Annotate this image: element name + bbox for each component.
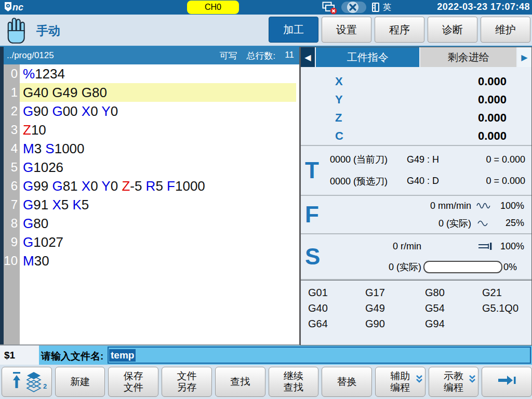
spindle-letter: S (305, 244, 320, 270)
code-line[interactable]: G91 X5 K5 (20, 195, 299, 214)
code-token: G (23, 178, 33, 194)
teach-programming-button[interactable]: 示教 编程 (429, 367, 479, 397)
axis-label: X (335, 75, 343, 88)
preselected-tool-row: 0000 (预选刀) G40 : D 0 = 0.000 (301, 174, 531, 189)
file-name-input[interactable]: temp (108, 347, 531, 364)
find-button[interactable]: 查找 (215, 367, 265, 397)
feed-override-icon (471, 202, 495, 209)
language-indicator[interactable]: 英 (383, 2, 391, 13)
code-line[interactable]: G1026 (20, 158, 299, 177)
code-token: 0 (90, 178, 101, 194)
code-token: X (82, 103, 90, 119)
writable-status: 可写 (220, 50, 237, 62)
tab-maintenance[interactable]: 维护 (481, 17, 530, 43)
code-token: 3 (34, 141, 46, 156)
axis-row: Z 0.000 (301, 109, 531, 127)
replace-button[interactable]: 替换 (322, 367, 372, 397)
command-input-bar: $1 请输入文件名: temp (0, 345, 532, 365)
next-menu-arrow-icon (497, 375, 517, 389)
filename-prompt-label: 请输入文件名: (41, 350, 103, 363)
line-number: 9 (4, 233, 20, 251)
axis-position-table: X 0.000 Y 0.000 Z 0.000 C 0.000 (301, 67, 531, 146)
code-token: X (52, 197, 61, 212)
tab-settings[interactable]: 设置 (322, 17, 371, 43)
code-line[interactable]: Z10 (20, 121, 299, 139)
tab-remaining-feed[interactable]: 剩余进给 (420, 47, 516, 67)
spindle-actual-row: 0 (实际) 0% (301, 258, 531, 276)
aux-programming-button[interactable]: 辅助 编程 (375, 367, 425, 397)
code-line-current[interactable]: G40 G49 G80 (20, 83, 296, 102)
code-line[interactable]: G90 G00 X0 Y0 (20, 102, 299, 121)
tool-section: T 0000 (当前刀) G49 : H 0 = 0.000 0000 (预选刀… (301, 146, 531, 196)
file-name-selected-text: temp (109, 349, 136, 362)
top-arrow-icon (11, 371, 22, 392)
axis-row: C 0.000 (301, 127, 531, 145)
code-line[interactable]: %1234 (20, 64, 299, 83)
button-label: 文件 (124, 382, 143, 393)
svg-text:nc: nc (12, 2, 23, 12)
code-token: F (167, 178, 175, 194)
tab-program[interactable]: 程序 (375, 17, 424, 43)
save-file-button[interactable]: 保存 文件 (108, 367, 158, 397)
axis-label: C (335, 129, 343, 143)
feed-actual-value: 0 (实际) (326, 217, 471, 230)
code-line[interactable]: M3 S1000 (20, 139, 299, 158)
code-token: 91 (33, 197, 52, 212)
prev-view-arrow-icon[interactable]: ◀ (301, 47, 315, 67)
file-path: ../prog/0125 (7, 50, 220, 61)
code-token: G (23, 103, 33, 119)
program-editor: ../prog/0125 可写 总行数: 11 012345678910 %12… (0, 47, 300, 345)
code-token: 1000 (175, 178, 205, 194)
code-token: G (23, 234, 33, 250)
preselected-tool-number: 0000 (预选刀) (330, 175, 407, 188)
tab-workpiece-command[interactable]: 工件指令 (316, 47, 419, 67)
code-line[interactable]: G1027 (20, 233, 299, 251)
disconnect-icon (341, 1, 368, 16)
code-token: 99 (33, 178, 52, 194)
feed-command-value: 0 mm/min (326, 201, 471, 211)
code-token: 0 (111, 103, 118, 119)
layer-count-badge: 2 (43, 382, 47, 390)
view-controls-button[interactable]: 2 (2, 367, 52, 397)
length-comp-value: 0 = 0.000 (486, 154, 525, 165)
code-token: G (23, 159, 33, 175)
line-number: 2 (4, 102, 20, 121)
feed-section: F 0 mm/min 100% 0 (实际) 25% (301, 196, 531, 234)
code-token: 00 (63, 103, 82, 119)
axis-label: Y (335, 93, 343, 107)
code-token: G40 G49 G80 (23, 85, 107, 100)
button-label: 查找 (284, 382, 303, 393)
code-token: M (23, 141, 34, 156)
next-view-arrow-icon[interactable]: ▶ (517, 47, 531, 67)
line-number: 7 (4, 195, 20, 214)
code-token: 10 (31, 122, 46, 138)
new-file-button[interactable]: 新建 (55, 367, 105, 397)
double-chevron-down-icon (469, 375, 476, 386)
gcode-modal-value: G80 (425, 287, 482, 299)
button-label: 编程 (390, 382, 410, 393)
radius-comp-value: 0 = 0.000 (486, 176, 525, 187)
line-number: 5 (4, 158, 20, 177)
tab-machining[interactable]: 加工 (269, 17, 318, 43)
code-line[interactable]: M30 (20, 251, 299, 270)
button-label: 另存 (177, 382, 196, 393)
title-bar: nc CH0 英 2022-03-23 17:07:48 (0, 0, 532, 15)
code-token: 90 (33, 103, 52, 119)
code-line[interactable]: G99 G81 X0 Y0 Z-5 R5 F1000 (20, 177, 299, 195)
button-label: 示教 (444, 370, 463, 382)
find-next-button[interactable]: 继续 查找 (269, 367, 319, 397)
code-line[interactable]: G80 (20, 214, 299, 233)
main-tabs: 加工 设置 程序 诊断 维护 (269, 17, 530, 43)
hnc-logo-icon: nc (4, 2, 37, 15)
code-token: 0 (111, 178, 122, 194)
code-token: 0 (90, 103, 101, 119)
code-area[interactable]: 012345678910 %1234G40 G49 G80G90 G00 X0 … (4, 64, 299, 344)
code-token: 1026 (33, 159, 63, 175)
tab-diagnosis[interactable]: 诊断 (428, 17, 477, 43)
code-token: M (23, 253, 34, 269)
save-as-button[interactable]: 文件 另存 (162, 367, 212, 397)
menu-next-button[interactable] (482, 367, 532, 397)
axis-value: 0.000 (478, 93, 507, 107)
code-token: G (23, 216, 33, 231)
axis-row: X 0.000 (301, 72, 531, 90)
